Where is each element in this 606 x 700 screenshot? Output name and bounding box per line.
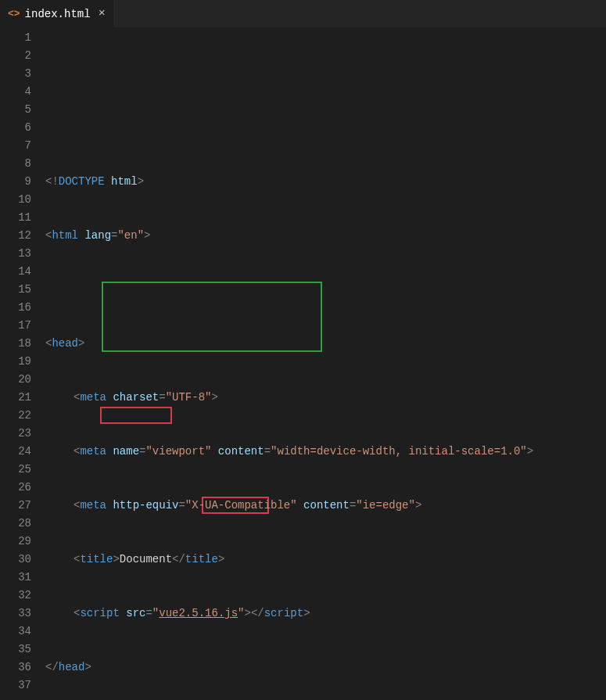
line-number: 34 (0, 623, 31, 641)
code-line: <head> (45, 335, 606, 353)
close-icon[interactable]: × (99, 7, 106, 20)
line-number: 17 (0, 317, 31, 335)
line-number: 19 (0, 353, 31, 371)
line-number: 6 (0, 119, 31, 137)
line-number: 21 (0, 389, 31, 407)
code-line: <meta http-equiv="X-UA-Compatible" conte… (45, 497, 606, 515)
line-number: 3 (0, 65, 31, 83)
html-file-icon: <> (8, 8, 20, 20)
tab-bar: <> index.html × (0, 0, 606, 27)
line-number: 30 (0, 551, 31, 569)
code-editor[interactable]: 1 2 3 4 5 6 7 8 9 10 11 12 13 14 15 16 1… (0, 27, 606, 700)
line-number: 26 (0, 479, 31, 497)
line-number: 28 (0, 515, 31, 533)
code-area[interactable]: <!DOCTYPE html> <html lang="en"> <head> … (45, 27, 606, 700)
line-number: 20 (0, 371, 31, 389)
line-number: 35 (0, 641, 31, 659)
tab-filename: index.html (25, 8, 91, 20)
code-line: <html lang="en"> (45, 227, 606, 245)
line-number: 13 (0, 245, 31, 263)
line-number: 18 (0, 335, 31, 353)
line-number: 36 (0, 659, 31, 677)
line-number: 32 (0, 587, 31, 605)
line-number: 12 (0, 227, 31, 245)
line-number: 14 (0, 263, 31, 281)
line-number: 22 (0, 407, 31, 425)
line-number: 10 (0, 191, 31, 209)
line-number: 25 (0, 461, 31, 479)
code-line: <script src="vue2.5.16.js"></script> (45, 605, 606, 623)
code-line: <!DOCTYPE html> (45, 173, 606, 191)
annotation-red-box-1 (100, 407, 172, 424)
line-number: 31 (0, 569, 31, 587)
line-number: 11 (0, 209, 31, 227)
line-number: 1 (0, 29, 31, 47)
line-number: 29 (0, 533, 31, 551)
line-number: 5 (0, 101, 31, 119)
line-number: 16 (0, 299, 31, 317)
tab-index-html[interactable]: <> index.html × (0, 0, 114, 27)
line-number: 15 (0, 281, 31, 299)
line-number: 23 (0, 425, 31, 443)
line-number: 2 (0, 47, 31, 65)
line-number: 4 (0, 83, 31, 101)
line-number: 33 (0, 605, 31, 623)
line-number-gutter: 1 2 3 4 5 6 7 8 9 10 11 12 13 14 15 16 1… (0, 27, 45, 700)
code-line: <meta name="viewport" content="width=dev… (45, 443, 606, 461)
code-line: <meta charset="UTF-8"> (45, 389, 606, 407)
line-number: 24 (0, 443, 31, 461)
line-number: 37 (0, 677, 31, 695)
line-number: 27 (0, 497, 31, 515)
line-number: 7 (0, 137, 31, 155)
code-line: <title>Document</title> (45, 551, 606, 569)
line-number: 8 (0, 155, 31, 173)
code-line (45, 281, 606, 299)
line-number: 9 (0, 173, 31, 191)
code-line: </head> (45, 659, 606, 677)
